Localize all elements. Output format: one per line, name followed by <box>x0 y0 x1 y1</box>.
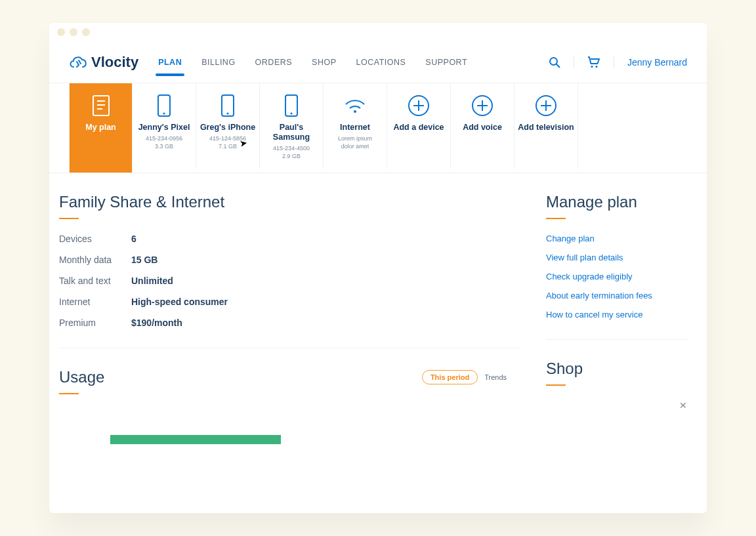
manage-links: Change planView full plan detailsCheck u… <box>546 234 687 320</box>
detail-key: Monthly data <box>59 255 131 265</box>
detail-key: Devices <box>59 234 131 244</box>
plan-details: Devices6Monthly data15 GBTalk and textUn… <box>59 234 520 328</box>
tile-internet[interactable]: InternetLorem ipsumdolor amet <box>324 83 387 169</box>
detail-key: Talk and text <box>59 276 131 286</box>
section-underline <box>59 393 79 394</box>
doc-icon <box>92 93 110 119</box>
plus-icon <box>408 93 430 119</box>
svg-point-11 <box>226 112 228 114</box>
cursor-icon: ➤ <box>239 137 249 149</box>
cart-icon[interactable] <box>587 56 600 68</box>
tile-subtext: 3.3 GB <box>155 143 173 150</box>
manage-link[interactable]: Change plan <box>546 234 687 243</box>
detail-value: 15 GB <box>131 255 520 265</box>
browser-window: Vlocity PLAN BILLING ORDERS SHOP LOCATIO… <box>49 23 707 513</box>
tile-add-television[interactable]: Add television <box>514 83 578 169</box>
trends-link[interactable]: Trends <box>484 373 507 381</box>
window-dot <box>82 28 90 36</box>
divider <box>59 348 520 348</box>
svg-point-3 <box>595 65 597 67</box>
manage-title: Manage plan <box>546 193 687 211</box>
detail-key: Premium <box>59 318 131 328</box>
divider <box>574 56 574 68</box>
nav-right: Jenny Bernard <box>549 56 687 68</box>
tile-add-voice[interactable]: Add voice <box>451 83 514 169</box>
manage-link[interactable]: Check upgrade eligibly <box>546 272 687 281</box>
svg-line-1 <box>556 64 560 68</box>
tile-title: Greg's iPhone <box>200 123 255 133</box>
section-underline <box>546 218 566 219</box>
top-nav: Vlocity PLAN BILLING ORDERS SHOP LOCATIO… <box>49 41 707 83</box>
tile-add-a-device[interactable]: Add a device <box>387 83 451 169</box>
usage-header: Usage This period Trends <box>59 368 520 386</box>
tile-title: Add voice <box>463 123 502 133</box>
nav-item-locations[interactable]: LOCATIONS <box>356 54 406 71</box>
tile-title: Paul's Samsung <box>262 123 320 142</box>
nav-item-support[interactable]: SUPPORT <box>425 54 467 71</box>
tile-subtext: dolor amet <box>341 143 369 150</box>
usage-bar-row <box>59 435 520 444</box>
divider <box>546 339 687 340</box>
tile-subtext: 415-234-4500 <box>273 145 310 153</box>
main-column: Family Share & Internet Devices6Monthly … <box>59 193 520 444</box>
brand-name: Vlocity <box>91 54 138 71</box>
plan-tiles: My planJenny's Pixel415-234-09563.3 GBGr… <box>49 83 707 173</box>
window-dot <box>70 28 77 36</box>
shop-title: Shop <box>546 360 687 378</box>
tile-subtext: Lorem ipsum <box>338 135 372 143</box>
this-period-pill[interactable]: This period <box>422 370 478 384</box>
plus-icon <box>471 93 494 119</box>
manage-link[interactable]: How to cancel my service <box>546 310 687 320</box>
wifi-icon <box>343 93 367 119</box>
nav-items: PLAN BILLING ORDERS SHOP LOCATIONS SUPPO… <box>158 54 467 71</box>
tile-title: Jenny's Pixel <box>138 123 190 133</box>
usage-bar <box>110 435 281 444</box>
nav-item-billing[interactable]: BILLING <box>201 54 235 71</box>
nav-item-shop[interactable]: SHOP <box>312 54 336 71</box>
usage-toggle: This period Trends <box>422 370 507 384</box>
detail-value: Unlimited <box>131 276 520 286</box>
svg-point-9 <box>163 112 165 114</box>
tile-title: My plan <box>85 123 116 133</box>
svg-point-14 <box>354 110 356 113</box>
usage-title: Usage <box>59 368 104 386</box>
detail-value: 6 <box>131 234 520 244</box>
close-icon[interactable]: ✕ <box>679 400 687 411</box>
brand-logo[interactable]: Vlocity <box>69 54 138 71</box>
section-underline <box>59 218 79 219</box>
tile-subtext: 415-234-0956 <box>146 135 182 143</box>
shop-panel: ✕ <box>546 400 687 420</box>
cloud-icon <box>69 55 87 70</box>
tile-jenny-s-pixel[interactable]: Jenny's Pixel415-234-09563.3 GB <box>133 83 196 169</box>
usage-bars <box>59 409 520 444</box>
tile-title: Add a device <box>393 123 444 133</box>
phone-icon <box>157 93 171 119</box>
window-titlebar <box>49 23 707 41</box>
nav-item-orders[interactable]: ORDERS <box>255 54 292 71</box>
svg-point-2 <box>591 65 593 67</box>
nav-item-plan[interactable]: PLAN <box>158 54 182 71</box>
tile-my-plan[interactable]: My plan <box>69 83 133 173</box>
search-icon[interactable] <box>549 56 560 68</box>
phone-icon <box>220 93 235 119</box>
plus-icon <box>535 93 557 119</box>
window-dot <box>57 28 65 36</box>
content: Family Share & Internet Devices6Monthly … <box>49 173 707 444</box>
tile-subtext: 7.1 GB <box>219 143 237 150</box>
plan-title: Family Share & Internet <box>59 193 520 211</box>
phone-icon <box>284 93 299 119</box>
tile-greg-s-iphone[interactable]: Greg's iPhone415-124-58567.1 GB <box>196 83 260 169</box>
manage-link[interactable]: About early termination fees <box>546 291 687 300</box>
section-underline <box>546 384 566 386</box>
tile-title: Internet <box>340 123 370 133</box>
tile-paul-s-samsung[interactable]: Paul's Samsung415-234-45002.9 GB <box>260 83 324 169</box>
tile-title: Add television <box>518 123 574 133</box>
tile-subtext: 2.9 GB <box>282 153 301 159</box>
user-name[interactable]: Jenny Bernard <box>627 57 687 68</box>
detail-value: $190/month <box>131 318 520 328</box>
manage-link[interactable]: View full plan details <box>546 253 687 262</box>
svg-point-13 <box>290 112 292 114</box>
side-column: Manage plan Change planView full plan de… <box>546 193 687 444</box>
detail-key: Internet <box>59 297 131 307</box>
divider <box>614 56 614 68</box>
